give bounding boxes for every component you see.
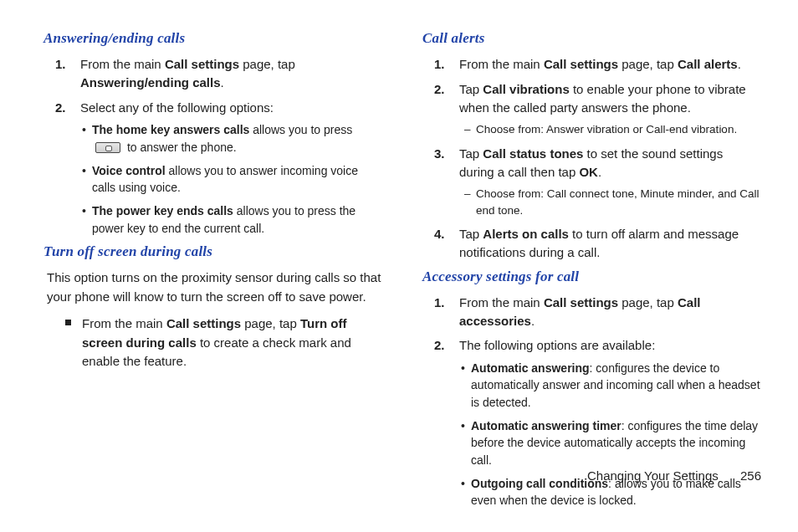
bold: Alerts on calls xyxy=(483,227,569,241)
text: Select any of the following options: xyxy=(80,100,274,115)
bold: Automatic answering xyxy=(471,361,590,375)
heading-turn-off-screen: Turn off screen during calls xyxy=(43,243,382,260)
bold: Call status tones xyxy=(483,146,583,161)
bold: Call alerts xyxy=(678,57,738,71)
bold: Automatic answering timer xyxy=(471,419,622,432)
step-marker: 2. xyxy=(434,336,445,355)
step-1: 1. From the main Call settings page, tap… xyxy=(65,55,382,92)
step-3: 3. Tap Call status tones to set the soun… xyxy=(444,145,761,219)
step-2: 2. The following options are available: … xyxy=(444,336,761,509)
sub-list: Choose from: Call connect tone, Minute m… xyxy=(459,186,761,218)
page-footer: Changing Your Settings 256 xyxy=(0,465,798,483)
heading-answering-ending: Answering/ending calls xyxy=(43,30,382,47)
step-1: 1. From the main Call settings page, tap… xyxy=(444,55,761,74)
text: . xyxy=(738,57,741,71)
square-bullet-list: From the main Call settings page, tap Tu… xyxy=(43,315,382,371)
bold: Call settings xyxy=(165,57,239,71)
list-item: Choose from: Answer vibration or Call-en… xyxy=(464,121,761,138)
bold: Call settings xyxy=(166,316,241,330)
page-number: 256 xyxy=(740,468,761,483)
list-item: The power key ends calls allows you to p… xyxy=(82,202,382,237)
heading-call-alerts: Call alerts xyxy=(422,30,761,47)
list-item: The home key answers calls allows you to… xyxy=(82,121,382,156)
step-marker: 3. xyxy=(434,145,445,163)
footer-label: Changing Your Settings xyxy=(587,468,719,483)
bold: Call settings xyxy=(544,295,618,309)
text: Tap xyxy=(459,146,483,161)
paragraph: This option turns on the proximity senso… xyxy=(47,269,382,306)
text: Tap xyxy=(459,82,483,96)
text: . xyxy=(531,314,535,328)
home-key-icon xyxy=(95,142,120,153)
step-2: 2. Select any of the following options: … xyxy=(65,99,382,238)
step-marker: 1. xyxy=(434,55,445,74)
heading-accessory-settings: Accessory settings for call xyxy=(422,269,761,285)
text: to answer the phone. xyxy=(124,141,237,154)
step-marker: 1. xyxy=(434,294,445,312)
bold: Answering/ending calls xyxy=(80,75,221,90)
list-item: From the main Call settings page, tap Tu… xyxy=(65,315,382,371)
right-column: Call alerts 1. From the main Call settin… xyxy=(422,27,761,452)
text: page, tap xyxy=(239,57,295,71)
step-marker: 2. xyxy=(434,80,445,99)
list-item: Automatic answering: configures the devi… xyxy=(461,360,761,411)
options-list: The home key answers calls allows you to… xyxy=(80,121,382,237)
text: The following options are available: xyxy=(459,338,655,352)
bold: Call settings xyxy=(544,57,618,71)
text: From the main xyxy=(80,57,165,71)
sub-list: Choose from: Answer vibration or Call-en… xyxy=(459,121,761,138)
page-body: Answering/ending calls 1. From the main … xyxy=(0,0,798,465)
answering-steps: 1. From the main Call settings page, tap… xyxy=(43,55,382,237)
text: allows you to press xyxy=(249,123,352,136)
step-4: 4. Tap Alerts on calls to turn off alarm… xyxy=(444,225,761,262)
step-marker: 4. xyxy=(434,225,445,243)
text: page, tap xyxy=(241,316,300,330)
list-item: Choose from: Call connect tone, Minute m… xyxy=(464,186,761,218)
text: Tap xyxy=(459,227,483,241)
bold: The power key ends calls xyxy=(92,204,233,217)
text: From the main xyxy=(82,316,166,330)
step-marker: 2. xyxy=(55,99,66,117)
call-alerts-steps: 1. From the main Call settings page, tap… xyxy=(422,55,761,262)
list-item: Automatic answering timer: configures th… xyxy=(461,417,761,468)
text: . xyxy=(221,75,224,90)
options-list: Automatic answering: configures the devi… xyxy=(459,360,761,509)
list-item: Voice control allows you to answer incom… xyxy=(82,162,382,197)
left-column: Answering/ending calls 1. From the main … xyxy=(43,27,382,452)
text: From the main xyxy=(459,295,544,309)
text: page, tap xyxy=(618,295,678,309)
bold: Voice control xyxy=(92,164,166,177)
text: . xyxy=(598,165,601,179)
step-2: 2. Tap Call vibrations to enable your ph… xyxy=(444,80,761,138)
bold: OK xyxy=(579,165,598,179)
step-marker: 1. xyxy=(55,55,66,74)
bold: Call vibrations xyxy=(483,82,569,96)
step-1: 1. From the main Call settings page, tap… xyxy=(444,294,761,330)
text: page, tap xyxy=(618,57,678,71)
text: From the main xyxy=(459,57,544,71)
bold: The home key answers calls xyxy=(92,123,249,136)
